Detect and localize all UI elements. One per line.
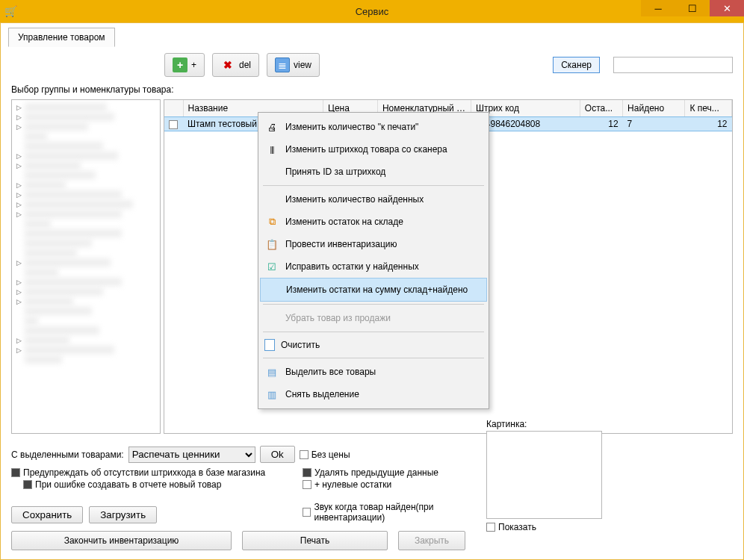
title-bar: 🛒 Сервис ─ ☐ ✕ bbox=[0, 0, 744, 22]
tree-item[interactable] bbox=[13, 267, 158, 277]
tree-item[interactable] bbox=[13, 219, 158, 228]
on-error-new-checkbox[interactable] bbox=[23, 480, 32, 489]
inventory-icon: 📋 bbox=[264, 237, 279, 251]
picture-label: Картинка: bbox=[486, 419, 733, 429]
select-all-icon: ▤ bbox=[264, 365, 279, 379]
sound-on-found-checkbox[interactable] bbox=[303, 508, 311, 517]
menu-change-barcode[interactable]: ||| Изменить штрихкод товара со сканера bbox=[260, 138, 487, 161]
tree-item[interactable]: ▷ bbox=[13, 122, 158, 131]
menu-do-inventory[interactable]: 📋 Провести инвентаризацию bbox=[260, 233, 487, 255]
tree-item[interactable] bbox=[13, 306, 158, 316]
row-checkbox[interactable] bbox=[169, 120, 178, 129]
ok-button[interactable]: Ok bbox=[260, 446, 295, 463]
load-button[interactable]: Загрузить bbox=[89, 506, 157, 523]
print-button[interactable]: Печать bbox=[242, 531, 388, 550]
printer-icon: 🖨 bbox=[264, 120, 279, 134]
tree-item[interactable]: ▷ bbox=[13, 102, 158, 112]
plus-zero-label: + нулевые остатки bbox=[314, 479, 391, 490]
warn-no-barcode-label: Предупреждать об отсутствии штрихкода в … bbox=[23, 467, 265, 478]
col-checkbox[interactable] bbox=[164, 100, 183, 117]
menu-change-remain-sum[interactable]: Изменить остатки на сумму склад+найдено bbox=[260, 278, 487, 302]
category-tree[interactable]: ▷ ▷ ▷ ▷ ▷ ▷ ▷ ▷ ▷ ▷ ▷ ▷ ▷ ▷ ▷ bbox=[11, 99, 161, 434]
tree-item[interactable]: ▷ bbox=[13, 277, 158, 287]
barcode-icon: ||| bbox=[264, 143, 279, 156]
plus-icon: + bbox=[173, 57, 187, 72]
add-button[interactable]: + + bbox=[164, 53, 205, 77]
tree-item[interactable]: ▷ bbox=[13, 151, 158, 161]
delete-prev-checkbox[interactable] bbox=[303, 468, 311, 477]
stock-icon: ⧉ bbox=[264, 215, 279, 228]
menu-accept-id-barcode[interactable]: Принять ID за штрихкод bbox=[260, 161, 487, 183]
tree-item[interactable]: ▷ bbox=[13, 335, 158, 345]
delete-button[interactable]: ✖ del bbox=[212, 53, 259, 77]
tree-item[interactable]: ▷ bbox=[13, 161, 158, 170]
tree-item[interactable] bbox=[13, 131, 158, 141]
tree-item[interactable]: ▷ bbox=[13, 190, 158, 199]
col-toprint[interactable]: К печ... bbox=[685, 100, 732, 117]
col-remain[interactable]: Оста... bbox=[580, 100, 622, 117]
maximize-button[interactable]: ☐ bbox=[675, 0, 710, 16]
finish-inventory-button[interactable]: Закончить инвентаризацию bbox=[11, 531, 232, 550]
menu-clear[interactable]: Очистить bbox=[260, 335, 487, 355]
tab-product-management[interactable]: Управление товаром bbox=[8, 28, 115, 47]
checklist-icon: ☑ bbox=[264, 260, 279, 273]
plus-zero-checkbox[interactable] bbox=[303, 480, 311, 489]
tree-item[interactable]: ▷ bbox=[13, 112, 158, 122]
with-selected-label: С выделенными товарами: bbox=[11, 449, 124, 460]
with-selected-action-select[interactable]: Распечать ценники bbox=[128, 447, 255, 463]
tree-item[interactable] bbox=[13, 326, 158, 335]
menu-change-stock[interactable]: ⧉ Изменить остаток на складе bbox=[260, 211, 487, 233]
app-icon: 🛒 bbox=[4, 5, 17, 17]
deselect-icon: ▥ bbox=[264, 388, 279, 401]
tab-strip: Управление товаром bbox=[1, 23, 743, 47]
delete-icon: ✖ bbox=[220, 57, 235, 72]
menu-change-print-qty[interactable]: 🖨 Изменить количество "к печати" bbox=[260, 116, 487, 138]
delete-prev-label: Удалять предыдущие данные bbox=[314, 467, 438, 478]
group-filter-label: Выбор группы и номенклатуры товара: bbox=[1, 83, 743, 96]
show-picture-label: Показать bbox=[498, 522, 536, 532]
tree-item[interactable] bbox=[13, 141, 158, 151]
minimize-button[interactable]: ─ bbox=[641, 0, 675, 16]
no-price-label: Без цены bbox=[311, 449, 350, 460]
tree-item[interactable] bbox=[13, 316, 158, 326]
menu-separator bbox=[263, 332, 484, 332]
blank-icon bbox=[264, 165, 279, 178]
tree-item[interactable]: ▷ bbox=[13, 287, 158, 296]
menu-fix-found-remain[interactable]: ☑ Исправить остатки у найденных bbox=[260, 255, 487, 278]
menu-separator bbox=[263, 185, 484, 186]
tree-item[interactable] bbox=[13, 238, 158, 248]
tree-item[interactable] bbox=[13, 248, 158, 258]
tree-item[interactable]: ▷ bbox=[13, 209, 158, 219]
no-price-checkbox[interactable] bbox=[300, 450, 309, 459]
menu-separator bbox=[263, 358, 484, 358]
close-dialog-button[interactable]: Закрыть bbox=[398, 531, 465, 550]
tree-item[interactable] bbox=[13, 355, 158, 364]
show-picture-checkbox[interactable] bbox=[486, 523, 495, 532]
close-button[interactable]: ✕ bbox=[710, 0, 744, 16]
tree-item[interactable]: ▷ bbox=[13, 258, 158, 267]
view-button[interactable]: ≣ view bbox=[267, 53, 320, 77]
menu-select-all[interactable]: ▤ Выделить все товары bbox=[260, 361, 487, 383]
tree-item[interactable]: ▷ bbox=[13, 199, 158, 209]
menu-change-found-qty[interactable]: Изменить количество найденных bbox=[260, 188, 487, 211]
col-found[interactable]: Найдено bbox=[623, 100, 685, 117]
save-button[interactable]: Сохранить bbox=[11, 506, 83, 523]
menu-remove-from-sale[interactable]: Убрать товар из продажи bbox=[260, 307, 487, 329]
view-label: view bbox=[294, 60, 311, 70]
on-error-new-label: При ошибке создавать в отчете новый това… bbox=[35, 479, 221, 490]
tree-item[interactable]: ▷ bbox=[13, 345, 158, 355]
cell-remain: 12 bbox=[580, 117, 622, 131]
tree-item[interactable]: ▷ bbox=[13, 180, 158, 190]
tree-item[interactable] bbox=[13, 228, 158, 238]
tree-item[interactable] bbox=[13, 170, 158, 180]
scanner-input[interactable] bbox=[613, 57, 733, 73]
blank-icon bbox=[264, 193, 279, 206]
context-menu: 🖨 Изменить количество "к печати" ||| Изм… bbox=[258, 112, 489, 409]
bottom-panel: С выделенными товарами: Распечать ценник… bbox=[1, 440, 743, 559]
window-buttons: ─ ☐ ✕ bbox=[641, 0, 744, 16]
menu-separator bbox=[263, 304, 484, 305]
scanner-button[interactable]: Сканер bbox=[553, 57, 600, 73]
menu-deselect-all[interactable]: ▥ Снять выделение bbox=[260, 383, 487, 405]
warn-no-barcode-checkbox[interactable] bbox=[11, 468, 20, 477]
tree-item[interactable]: ▷ bbox=[13, 296, 158, 306]
